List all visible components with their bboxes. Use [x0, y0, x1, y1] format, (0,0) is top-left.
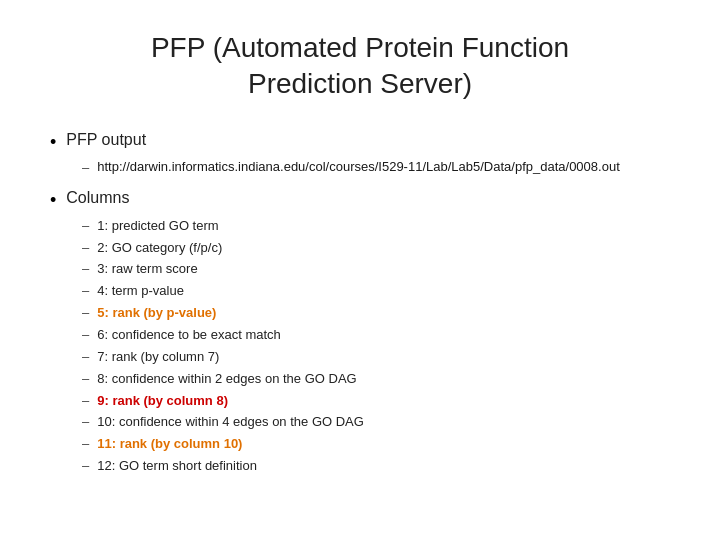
list-item: –1: predicted GO term [82, 217, 670, 236]
dash-col-7: – [82, 349, 89, 364]
columns-sublist: –1: predicted GO term–2: GO category (f/… [82, 217, 670, 476]
col-text-col3: 3: raw term score [97, 260, 197, 279]
col-text-col12: 12: GO term short definition [97, 457, 257, 476]
dash-col-11: – [82, 436, 89, 451]
dash-col-4: – [82, 283, 89, 298]
page-title: PFP (Automated Protein Function Predicti… [50, 30, 670, 103]
col-text-col6: 6: confidence to be exact match [97, 326, 281, 345]
dash-col-8: – [82, 371, 89, 386]
list-item: –7: rank (by column 7) [82, 348, 670, 367]
list-item: –11: rank (by column 10) [82, 435, 670, 454]
col-text-col8: 8: confidence within 2 edges on the GO D… [97, 370, 356, 389]
pfp-output-link-item: – http://darwin.informatics.indiana.edu/… [82, 159, 670, 175]
list-item: –2: GO category (f/p/c) [82, 239, 670, 258]
columns-section: • Columns –1: predicted GO term–2: GO ca… [50, 189, 670, 476]
col-text-col5: 5: rank (by p-value) [97, 304, 216, 323]
col-text-col7: 7: rank (by column 7) [97, 348, 219, 367]
pfp-output-bullet: • PFP output [50, 131, 670, 153]
bullet-dot-output: • [50, 132, 56, 153]
list-item: –6: confidence to be exact match [82, 326, 670, 345]
dash-col-1: – [82, 218, 89, 233]
list-item: –3: raw term score [82, 260, 670, 279]
pfp-output-sublist: – http://darwin.informatics.indiana.edu/… [82, 159, 670, 175]
dash-col-5: – [82, 305, 89, 320]
dash-col-2: – [82, 240, 89, 255]
col-text-col2: 2: GO category (f/p/c) [97, 239, 222, 258]
dash-col-3: – [82, 261, 89, 276]
pfp-output-label: PFP output [66, 131, 146, 149]
dash-output: – [82, 160, 89, 175]
col-text-col4: 4: term p-value [97, 282, 184, 301]
columns-label: Columns [66, 189, 129, 207]
dash-col-10: – [82, 414, 89, 429]
list-item: –5: rank (by p-value) [82, 304, 670, 323]
list-item: –8: confidence within 2 edges on the GO … [82, 370, 670, 389]
page-container: PFP (Automated Protein Function Predicti… [0, 0, 720, 540]
bullet-dot-columns: • [50, 190, 56, 211]
columns-bullet: • Columns [50, 189, 670, 211]
dash-col-12: – [82, 458, 89, 473]
dash-col-6: – [82, 327, 89, 342]
pfp-output-link: http://darwin.informatics.indiana.edu/co… [97, 159, 620, 174]
pfp-output-section: • PFP output – http://darwin.informatics… [50, 131, 670, 175]
col-text-col9: 9: rank (by column 8) [97, 392, 228, 411]
list-item: –4: term p-value [82, 282, 670, 301]
list-item: –12: GO term short definition [82, 457, 670, 476]
col-text-col1: 1: predicted GO term [97, 217, 218, 236]
col-text-col11: 11: rank (by column 10) [97, 435, 242, 454]
list-item: –9: rank (by column 8) [82, 392, 670, 411]
dash-col-9: – [82, 393, 89, 408]
col-text-col10: 10: confidence within 4 edges on the GO … [97, 413, 364, 432]
list-item: –10: confidence within 4 edges on the GO… [82, 413, 670, 432]
